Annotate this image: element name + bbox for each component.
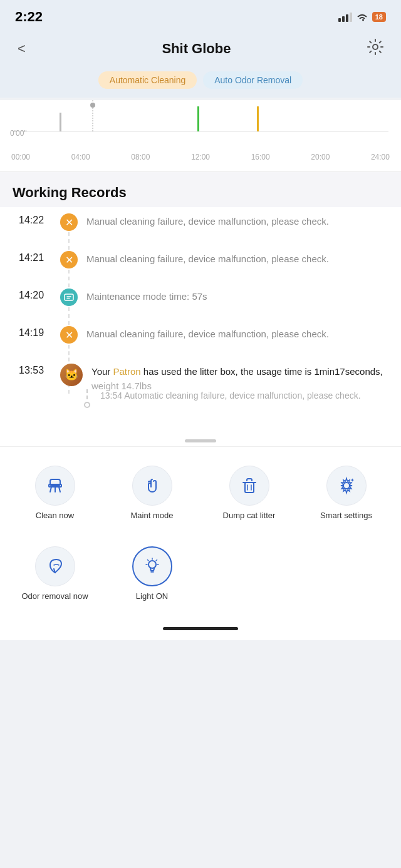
maint-mode-label: Maint mode — [131, 511, 174, 521]
leaf-icon — [45, 556, 65, 576]
gear-icon — [367, 39, 383, 55]
tabs-row: Automatic Cleaning Auto Odor Removal — [0, 68, 401, 98]
clean-now-icon-circle — [35, 466, 75, 506]
action-grid-row1: Clean now Maint mode Dump cat litter — [0, 446, 401, 534]
light-on-button[interactable]: Light ON — [103, 540, 200, 608]
smart-settings-button[interactable]: ✦ Smart settings — [298, 459, 395, 528]
record-text: Manual cleaning failure, device malfunct… — [86, 329, 329, 339]
svg-line-16 — [50, 487, 51, 492]
svg-rect-3 — [350, 13, 352, 22]
back-button[interactable]: < — [13, 38, 31, 59]
working-records-section: Working Records 14:22 ✕ Manual cleaning … — [0, 172, 401, 433]
maintenance-dot — [60, 288, 78, 306]
action-grid-row2: Odor removal now Light ON — [0, 534, 401, 621]
chart-x-labels: 00:00 04:00 08:00 12:00 16:00 20:00 24:0… — [10, 153, 391, 161]
svg-rect-11 — [65, 294, 73, 300]
section-title: Working Records — [0, 172, 401, 207]
timeline: 14:22 ✕ Manual cleaning failure, device … — [13, 213, 388, 408]
chart-area: 0'00" 00:00 04:00 08:00 12:00 16:00 20:0… — [0, 100, 401, 172]
page-title: Shit Globe — [162, 41, 231, 57]
svg-rect-8 — [257, 106, 259, 131]
trash-icon — [239, 476, 259, 496]
list-item: 14:19 ✕ Manual cleaning failure, device … — [19, 326, 388, 344]
tab-auto-odor-removal[interactable]: Auto Odor Removal — [203, 71, 303, 89]
broom-icon — [45, 476, 65, 496]
svg-point-10 — [90, 103, 95, 108]
smart-settings-icon-circle: ✦ — [326, 466, 367, 506]
svg-point-4 — [373, 44, 378, 49]
record-time: 14:19 — [19, 326, 51, 339]
records-container: 14:22 ✕ Manual cleaning failure, device … — [0, 207, 401, 433]
status-icons: 18 — [338, 12, 386, 22]
record-time: 13:53 — [19, 364, 51, 376]
svg-text:✦: ✦ — [350, 477, 355, 483]
svg-rect-2 — [346, 14, 348, 22]
record-time: 14:20 — [19, 288, 51, 301]
record-text: Manual cleaning failure, device malfunct… — [86, 253, 329, 264]
error-dot: ✕ — [60, 213, 78, 231]
svg-rect-1 — [342, 16, 345, 22]
record-time: 14:22 — [19, 213, 51, 226]
sub-dot — [84, 402, 90, 408]
x-label-1: 04:00 — [71, 153, 90, 161]
x-label-2: 08:00 — [131, 153, 150, 161]
patron-name: Patron — [113, 366, 140, 377]
hand-icon — [142, 476, 162, 496]
svg-rect-19 — [245, 483, 254, 493]
odor-removal-button[interactable]: Odor removal now — [6, 540, 103, 608]
drag-bar — [185, 439, 216, 442]
svg-point-25 — [148, 561, 156, 568]
odor-removal-label: Odor removal now — [21, 591, 88, 602]
bulb-icon — [142, 556, 162, 576]
smart-settings-label: Smart settings — [320, 511, 372, 521]
svg-point-23 — [343, 483, 350, 489]
x-label-3: 12:00 — [191, 153, 210, 161]
settings-button[interactable] — [362, 36, 388, 61]
battery-level: 18 — [372, 12, 386, 22]
record-text: Manual cleaning failure, device malfunct… — [86, 216, 329, 227]
error-dot: ✕ — [60, 326, 78, 344]
home-indicator — [0, 621, 401, 640]
drag-indicator — [0, 433, 401, 446]
light-on-icon-circle — [132, 546, 172, 586]
svg-rect-7 — [197, 106, 199, 131]
svg-line-18 — [59, 487, 60, 492]
dump-cat-litter-button[interactable]: Dump cat litter — [200, 459, 298, 528]
record-text: Your Patron has used the litter box, the… — [91, 366, 383, 391]
list-item: 14:21 ✕ Manual cleaning failure, device … — [19, 251, 388, 268]
list-item: 14:20 Maintenance mode time: 57s — [19, 288, 388, 306]
svg-line-29 — [156, 559, 157, 561]
status-bar: 2:22 18 — [0, 0, 401, 31]
error-dot: ✕ — [60, 251, 78, 268]
dump-icon-circle — [229, 466, 269, 506]
x-label-4: 16:00 — [251, 153, 270, 161]
clean-now-label: Clean now — [36, 511, 74, 521]
dump-cat-litter-label: Dump cat litter — [223, 511, 276, 521]
light-on-label: Light ON — [136, 591, 168, 602]
header: < Shit Globe — [0, 31, 401, 68]
home-bar — [163, 627, 238, 630]
clean-now-button[interactable]: Clean now — [6, 459, 103, 528]
maint-mode-button[interactable]: Maint mode — [103, 459, 200, 528]
odor-removal-icon-circle — [35, 546, 75, 586]
record-text: Maintenance mode time: 57s — [86, 291, 207, 302]
gear-sparkle-icon: ✦ — [336, 476, 357, 496]
svg-line-30 — [147, 559, 148, 561]
cat-avatar: 🐱 — [60, 364, 83, 386]
weight-text: weight 14.7lbs — [91, 380, 152, 391]
maint-mode-icon-circle — [132, 466, 172, 506]
wifi-icon — [356, 12, 368, 22]
chart-y-label: 0'00" — [10, 129, 27, 138]
list-item: 14:22 ✕ Manual cleaning failure, device … — [19, 213, 388, 231]
svg-rect-6 — [60, 113, 61, 131]
record-time: 14:21 — [19, 251, 51, 263]
x-label-5: 20:00 — [311, 153, 330, 161]
signal-icon — [338, 12, 352, 22]
x-label-6: 24:00 — [371, 153, 390, 161]
tab-automatic-cleaning[interactable]: Automatic Cleaning — [98, 71, 197, 89]
x-label-0: 00:00 — [11, 153, 30, 161]
status-time: 2:22 — [15, 9, 43, 25]
list-item: 13:53 🐱 Your Patron has used the litter … — [19, 364, 388, 393]
svg-rect-0 — [338, 18, 341, 22]
chart-svg — [10, 100, 391, 138]
